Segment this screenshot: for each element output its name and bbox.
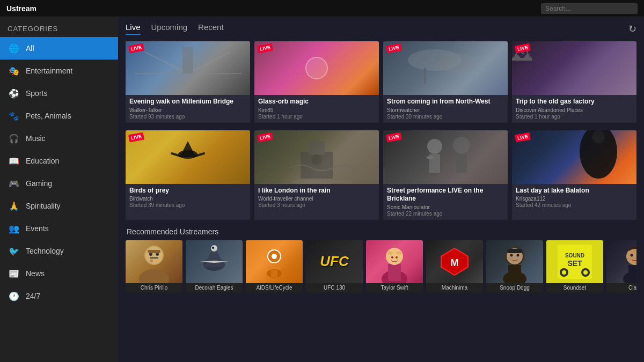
svg-point-22 (592, 130, 605, 143)
svg-rect-54 (508, 265, 521, 281)
svg-point-65 (583, 270, 588, 275)
svg-point-4 (306, 57, 327, 79)
book-icon: 📖 (8, 154, 20, 167)
news-icon: 📰 (8, 267, 20, 280)
rec-card-aids[interactable]: AIDS/LifeCycle (246, 240, 303, 292)
svg-text:SOUND: SOUND (565, 253, 584, 258)
tab-live[interactable]: Live (126, 23, 141, 35)
svg-point-38 (272, 254, 277, 259)
video-title: Last day at lake Balaton (516, 187, 633, 195)
sidebar-item-247[interactable]: 🕐 24/7 (0, 285, 118, 307)
paw-icon: 🐾 (8, 109, 20, 122)
sidebar-item-all[interactable]: 🌐 All (0, 37, 118, 60)
sports-icon: ⚽ (8, 87, 20, 100)
video-thumb-bridge: LIVE (126, 41, 250, 95)
sidebar-item-music[interactable]: 🎧 Music (0, 127, 118, 150)
sidebar-item-label: Events (26, 224, 49, 233)
rec-thumb-ciara (606, 240, 636, 283)
video-time: Started 39 minutes ago (129, 202, 246, 208)
svg-rect-13 (309, 141, 325, 154)
svg-point-46 (387, 252, 393, 255)
sidebar-item-label: 24/7 (26, 292, 40, 300)
svg-point-47 (396, 252, 401, 255)
sidebar-item-education[interactable]: 📖 Education (0, 150, 118, 172)
svg-line-1 (145, 52, 188, 73)
rec-card-mach[interactable]: M Machinima (426, 240, 483, 292)
sidebar-item-label: Sports (26, 89, 47, 98)
sidebar-item-gaming[interactable]: 🎮 Gaming (0, 172, 118, 195)
rec-thumb-aids (246, 240, 303, 283)
clock-icon: 🕐 (8, 290, 20, 302)
svg-point-57 (517, 254, 519, 256)
video-card-birds[interactable]: LIVE Birds of prey Birdwatch Started 39 … (126, 130, 250, 220)
svg-point-56 (510, 254, 513, 256)
svg-rect-58 (507, 249, 522, 253)
refresh-icon[interactable]: ↻ (628, 23, 636, 35)
video-card-factory[interactable]: LIVE 🕰 Trip to the old gas factory Disco… (512, 41, 636, 123)
rec-label: Ciara (606, 283, 636, 292)
svg-rect-44 (388, 264, 401, 281)
video-info-factory: Trip to the old gas factory Discover Aba… (512, 95, 636, 123)
svg-point-6 (435, 53, 478, 72)
rec-card-decorah[interactable]: Decorah Eagles (186, 240, 243, 292)
sidebar-item-pets[interactable]: 🐾 Pets, Animals (0, 105, 118, 127)
rec-card-soundset[interactable]: SOUND SET Soundset (546, 240, 603, 292)
sidebar-item-entertainment[interactable]: 🎭 Entertainment (0, 60, 118, 82)
sidebar-item-label: Entertainment (26, 67, 72, 75)
headphones-icon: 🎧 (8, 132, 20, 145)
svg-rect-30 (150, 260, 153, 262)
svg-rect-28 (150, 257, 158, 258)
video-channel: Sonic Manipulator (387, 204, 504, 210)
rec-card-ufc[interactable]: UFC UFC 130 (306, 240, 363, 292)
svg-rect-17 (427, 156, 434, 159)
svg-point-24 (139, 269, 169, 283)
video-thumb-lake: LIVE (512, 130, 636, 184)
rec-card-snoop[interactable]: Snoop Dogg (486, 240, 543, 292)
video-card-london[interactable]: LIVE I like London in the rain World-tra… (254, 130, 379, 220)
tab-recent[interactable]: Recent (198, 23, 224, 35)
video-info-birds: Birds of prey Birdwatch Started 39 minut… (126, 184, 250, 212)
sidebar-item-news[interactable]: 📰 News (0, 262, 118, 285)
video-info-storm: Strom coming in from North-West Stormwat… (383, 95, 508, 123)
sidebar-item-label: News (26, 269, 45, 278)
sidebar-item-events[interactable]: 👥 Events (0, 217, 118, 240)
rec-label: Machinima (426, 283, 483, 292)
video-time: Started 3 hours ago (258, 202, 375, 208)
search-input[interactable] (541, 3, 638, 14)
rec-card-ciara[interactable]: Ciara (606, 240, 636, 292)
video-card-storm[interactable]: LIVE Strom coming in from North-West Sto… (383, 41, 508, 123)
svg-point-25 (145, 247, 163, 264)
video-info-london: I like London in the rain World-travelle… (254, 184, 379, 212)
tab-upcoming[interactable]: Upcoming (151, 23, 188, 35)
video-title: Street performance LIVE on the Bricklane (387, 187, 504, 203)
svg-point-63 (562, 270, 566, 275)
video-card-lake[interactable]: LIVE Last day at lake Balaton Krisgaza11… (512, 130, 636, 220)
video-card-street[interactable]: LIVE Street performance LIVE on the Bric… (383, 130, 508, 220)
svg-text:SET: SET (567, 259, 582, 268)
sidebar-item-label: Technology (26, 247, 64, 255)
video-time: Started 93 minutes ago (129, 114, 246, 120)
sidebar-item-spirituality[interactable]: 🙏 Spirituality (0, 195, 118, 217)
rec-card-taylor[interactable]: Taylor Swift (366, 240, 423, 292)
video-time: Started 42 minutes ago (516, 202, 633, 208)
video-grid-row2: LIVE Birds of prey Birdwatch Started 39 … (126, 130, 636, 220)
video-info-street: Street performance LIVE on the Bricklane… (383, 184, 508, 220)
video-channel: Discover Abandoned Places (516, 107, 633, 113)
svg-line-2 (188, 52, 231, 73)
svg-point-19 (453, 137, 470, 154)
svg-point-69 (631, 254, 633, 256)
video-card-bridge[interactable]: LIVE Evening walk on Millenium Bridge Wa… (126, 41, 250, 123)
svg-marker-9 (180, 141, 196, 157)
sidebar-item-label: Gaming (26, 179, 52, 188)
sidebar-item-technology[interactable]: 🐦 Technology (0, 240, 118, 262)
rec-thumb-snoop (486, 240, 543, 283)
video-time: Started 22 minutes ago (387, 211, 504, 217)
rec-card-chris[interactable]: Chris Pirillo (126, 240, 182, 292)
sidebar-item-sports[interactable]: ⚽ Sports (0, 82, 118, 105)
sidebar-item-label: Music (26, 134, 46, 143)
rec-label: Taylor Swift (366, 283, 423, 292)
svg-point-48 (391, 256, 393, 258)
video-card-magic[interactable]: LIVE Glass-orb magic Kim85 Started 1 hou… (254, 41, 379, 123)
video-channel: Stormwatcher (387, 107, 504, 113)
globe-icon: 🌐 (8, 42, 20, 55)
